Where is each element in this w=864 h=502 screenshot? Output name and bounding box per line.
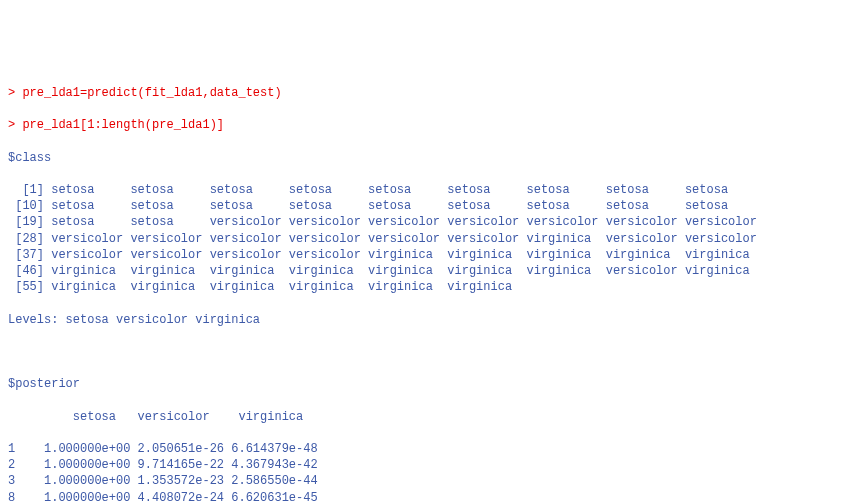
blank-line [8,344,856,360]
command-line-1: > pre_lda1=predict(fit_lda1,data_test) [8,85,856,101]
levels-line: Levels: setosa versicolor virginica [8,312,856,328]
class-block: [1] setosa setosa setosa setosa setosa s… [8,182,856,295]
class-header: $class [8,150,856,166]
posterior-block: 1 1.000000e+00 2.050651e-26 6.614379e-48… [8,441,856,502]
r-console[interactable]: > pre_lda1=predict(fit_lda1,data_test) >… [8,69,856,502]
posterior-header: $posterior [8,376,856,392]
posterior-col-header: setosa versicolor virginica [8,409,856,425]
command-line-2: > pre_lda1[1:length(pre_lda1)] [8,117,856,133]
